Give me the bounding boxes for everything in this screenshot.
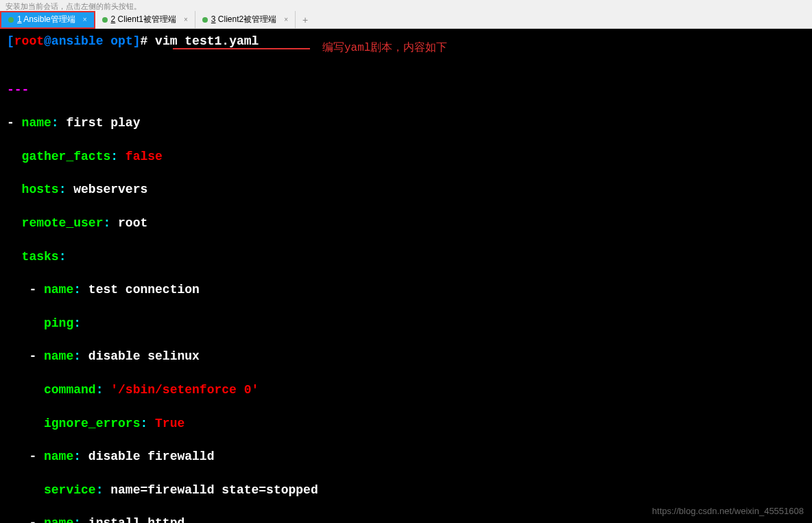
tab-bar: 1 Ansible管理端 × 2 Client1被管理端 × 3 Client2… — [0, 11, 812, 29]
status-dot-icon — [102, 17, 108, 23]
close-icon[interactable]: × — [284, 16, 288, 23]
status-dot-icon — [202, 17, 208, 23]
terminal-area[interactable]: [root@ansible opt]# vim test1.yaml 编写yam… — [0, 29, 812, 523]
tab-ansible[interactable]: 1 Ansible管理端 × — [0, 11, 95, 29]
tab-label: 1 Ansible管理端 — [17, 14, 75, 25]
tab-label: 3 Client2被管理端 — [211, 14, 276, 25]
annotation-text: 编写yaml剧本，内容如下 — [322, 41, 447, 56]
close-icon[interactable]: × — [83, 16, 87, 23]
tab-client2[interactable]: 3 Client2被管理端 × — [195, 11, 296, 29]
underline-annotation — [173, 48, 310, 49]
watermark: https://blog.csdn.net/weixin_45551608 — [652, 505, 804, 518]
yaml-file-content: --- - name: first play gather_facts: fal… — [7, 65, 805, 523]
window-caption: 安装加当前会话，点击左侧的前头按钮。 — [0, 0, 812, 11]
tab-label: 2 Client1被管理端 — [111, 14, 176, 25]
close-icon[interactable]: × — [184, 16, 188, 23]
tab-add-button[interactable]: + — [296, 12, 315, 28]
tab-client1[interactable]: 2 Client1被管理端 × — [95, 11, 195, 29]
status-dot-icon — [8, 17, 14, 23]
